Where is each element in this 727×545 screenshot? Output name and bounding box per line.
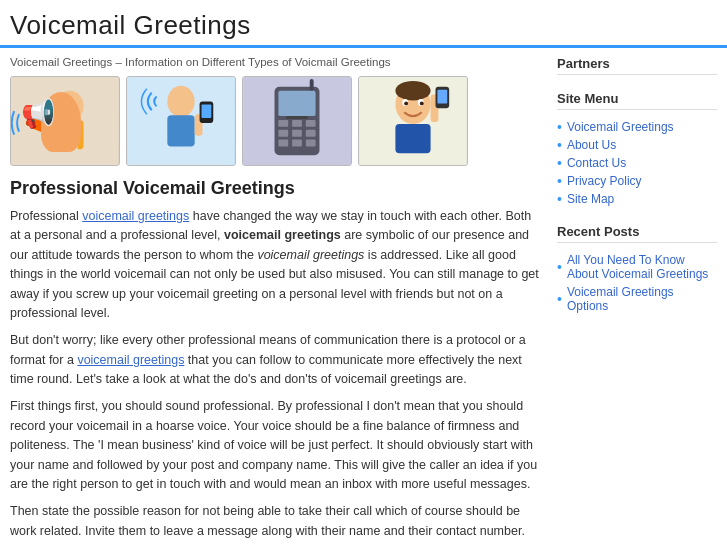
page-wrapper: Voicemail Greetings Voicemail Greetings … [0, 0, 727, 545]
svg-rect-35 [395, 124, 430, 153]
sidebar-partners-heading: Partners [557, 56, 717, 75]
sidebar-posts-list: All You Need To Know About Voicemail Gre… [557, 251, 717, 315]
image-megaphone [10, 76, 120, 166]
article-body: Professional voicemail greetings have ch… [10, 207, 541, 545]
svg-rect-18 [292, 120, 302, 127]
svg-rect-24 [292, 140, 302, 147]
images-row [10, 76, 541, 166]
svg-rect-3 [52, 126, 77, 150]
content-area: Voicemail Greetings – Information on Dif… [0, 48, 727, 545]
image-person-phone [126, 76, 236, 166]
sidebar-link-privacy[interactable]: Privacy Policy [567, 174, 642, 188]
svg-rect-5 [45, 116, 53, 132]
article-paragraph-2: But don't worry; like every other profes… [10, 331, 541, 389]
sidebar-recent-posts: Recent Posts All You Need To Know About … [557, 224, 717, 315]
svg-rect-25 [306, 140, 316, 147]
svg-rect-27 [286, 116, 308, 119]
link-voicemail-1[interactable]: voicemail greetings [82, 209, 189, 223]
page-title: Voicemail Greetings [10, 10, 717, 41]
sidebar-post-link-2[interactable]: Voicemail Greetings Options [567, 285, 717, 313]
sidebar-site-menu-heading: Site Menu [557, 91, 717, 110]
sidebar-link-about[interactable]: About Us [567, 138, 616, 152]
sidebar-post-link-1[interactable]: All You Need To Know About Voicemail Gre… [567, 253, 717, 281]
svg-rect-20 [278, 130, 288, 137]
svg-marker-6 [45, 104, 65, 141]
svg-rect-26 [310, 79, 314, 91]
svg-point-1 [56, 91, 83, 122]
sidebar-post-2[interactable]: Voicemail Greetings Options [557, 283, 717, 315]
svg-rect-38 [437, 90, 447, 104]
sidebar: Partners Site Menu Voicemail Greetings A… [557, 56, 717, 545]
sidebar-item-voicemail[interactable]: Voicemail Greetings [557, 118, 717, 136]
sidebar-partners: Partners [557, 56, 717, 75]
sidebar-item-about[interactable]: About Us [557, 136, 717, 154]
sidebar-link-sitemap[interactable]: Site Map [567, 192, 614, 206]
article-paragraph-1: Professional voicemail greetings have ch… [10, 207, 541, 323]
svg-point-30 [395, 81, 430, 101]
sidebar-menu-list: Voicemail Greetings About Us Contact Us … [557, 118, 717, 208]
site-header: Voicemail Greetings [0, 0, 727, 48]
sidebar-recent-posts-heading: Recent Posts [557, 224, 717, 243]
sidebar-link-voicemail[interactable]: Voicemail Greetings [567, 120, 674, 134]
svg-rect-2 [56, 120, 83, 149]
svg-rect-22 [306, 130, 316, 137]
sidebar-item-contact[interactable]: Contact Us [557, 154, 717, 172]
svg-rect-10 [167, 115, 194, 146]
breadcrumb: Voicemail Greetings – Information on Dif… [10, 56, 541, 68]
svg-point-33 [404, 101, 408, 105]
svg-point-9 [167, 86, 194, 117]
svg-rect-17 [278, 120, 288, 127]
svg-rect-19 [306, 120, 316, 127]
svg-point-34 [420, 101, 424, 105]
image-man-smiling [358, 76, 468, 166]
article-heading: Professional Voicemail Greetings [10, 178, 541, 199]
image-mobile-phone [242, 76, 352, 166]
article-paragraph-4: Then state the possible reason for not b… [10, 502, 541, 545]
svg-rect-21 [292, 130, 302, 137]
sidebar-post-1[interactable]: All You Need To Know About Voicemail Gre… [557, 251, 717, 283]
article-paragraph-3: First things first, you should sound pro… [10, 397, 541, 494]
main-content: Voicemail Greetings – Information on Dif… [10, 56, 541, 545]
svg-point-7 [26, 120, 32, 126]
link-voicemail-2[interactable]: voicemail greetings [77, 353, 184, 367]
svg-rect-0 [11, 77, 119, 165]
sidebar-item-sitemap[interactable]: Site Map [557, 190, 717, 208]
sidebar-item-privacy[interactable]: Privacy Policy [557, 172, 717, 190]
sidebar-site-menu: Site Menu Voicemail Greetings About Us C… [557, 91, 717, 208]
svg-rect-23 [278, 140, 288, 147]
sidebar-link-contact[interactable]: Contact Us [567, 156, 626, 170]
svg-rect-16 [278, 91, 315, 116]
svg-rect-13 [202, 104, 212, 118]
